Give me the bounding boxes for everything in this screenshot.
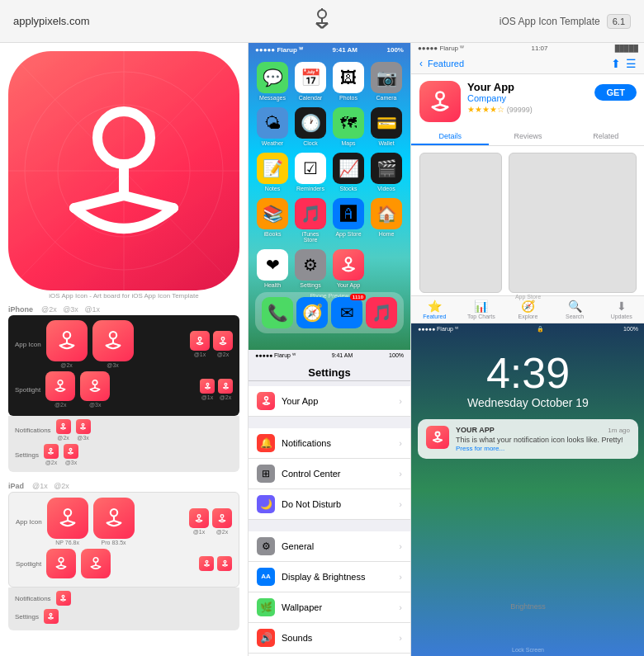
carrier-label: ●●●●● Flarup ᵂ [255, 46, 303, 54]
settings-item-display[interactable]: AA Display & Brightness › [249, 562, 410, 592]
svg-line-19 [67, 343, 73, 346]
svg-line-71 [114, 521, 121, 523]
settings-yourapp-item[interactable]: Your App › [249, 386, 410, 417]
notif-action: Press for more... [456, 445, 630, 452]
home-icon-wallet[interactable]: 💳Wallet [371, 107, 402, 146]
explore-icon: 🧭 [521, 300, 535, 313]
svg-line-95 [225, 564, 227, 565]
app-detail-info: Your App Company ★★★★☆ (99999) [467, 81, 588, 114]
svg-line-115 [440, 104, 447, 106]
svg-point-104 [346, 257, 352, 263]
svg-line-111 [266, 402, 269, 403]
iphone-settings-row: Settings @2x @3x [15, 444, 233, 465]
compass-large-icon [50, 88, 198, 253]
home-icon-clock[interactable]: 🕐Clock [295, 107, 326, 146]
lockscreen-label: Lock Screen [411, 647, 644, 653]
home-icon-notes[interactable]: 📝Notes [257, 153, 288, 191]
appstore-nav: ‹ Featured ⬆ ☰ [411, 54, 644, 74]
appstore-carrier: ●●●●● Flarup ᵂ [418, 45, 464, 52]
home-icon-health[interactable]: ❤Health [257, 249, 288, 288]
svg-line-38 [91, 388, 96, 389]
featured-back-label[interactable]: Featured [428, 59, 464, 68]
svg-line-82 [57, 565, 62, 567]
app-company[interactable]: Company [467, 93, 588, 103]
menu-icon[interactable]: ☰ [626, 57, 637, 70]
settings-wallpaper-label: Wallpaper [282, 602, 392, 612]
notif-app-name: YOUR APP [456, 426, 495, 434]
lockscreen-battery: 100% [623, 326, 638, 333]
svg-line-22 [106, 343, 112, 346]
home-icon-home[interactable]: 🏠Home [371, 198, 402, 243]
app-name: Your App [467, 81, 588, 93]
home-icon-itunes[interactable]: 🎵iTunes Store [295, 198, 326, 243]
home-icon-camera[interactable]: 📷Camera [371, 62, 402, 101]
svg-line-34 [56, 388, 61, 389]
dock-mail[interactable]: ✉ 1110 [331, 297, 362, 328]
header-right: iOS App Icon Template 6.1 [500, 14, 631, 29]
settings-item-touchid[interactable]: ⬡ Touch ID & Passcode › [249, 654, 410, 657]
appstore-screen: ●●●●● Flarup ᵂ 11:07 █████ ‹ Featured ⬆ … [411, 43, 644, 323]
settings-item-dnd[interactable]: 🌙 Do Not Disturb › [249, 489, 410, 520]
svg-point-64 [64, 509, 70, 516]
tab-details[interactable]: Details [411, 129, 489, 145]
iphone-dock: 📞 🧭 ✉ 1110 🎵 [255, 292, 404, 333]
home-icon-yourapp[interactable]: Your App [333, 249, 364, 288]
settings-item-controlcenter[interactable]: ⊞ Control Center › [249, 459, 410, 489]
home-icon-videos[interactable]: 🎬Videos [371, 153, 402, 191]
svg-line-55 [83, 427, 86, 428]
tab-related[interactable]: Related [567, 129, 644, 145]
dock-music[interactable]: 🎵 [366, 297, 397, 328]
dock-safari[interactable]: 🧭 [296, 297, 328, 328]
brightness-label: Brightness [411, 602, 644, 611]
home-icon-stocks[interactable]: 📈Stocks [333, 153, 364, 191]
home-icon-photos[interactable]: 🖼Photos [333, 62, 364, 101]
home-icon-messages[interactable]: 💬Messages [257, 62, 288, 101]
tab-reviews[interactable]: Reviews [489, 129, 566, 145]
svg-point-52 [82, 423, 84, 426]
settings-item-wallpaper[interactable]: 🌿 Wallpaper › [249, 592, 410, 623]
home-icon-weather[interactable]: 🌤Weather [257, 107, 288, 146]
iphone-section: iPhone @2x @3x @1x App Icon @2x [8, 302, 239, 472]
svg-line-114 [433, 104, 440, 106]
svg-point-108 [264, 396, 268, 399]
svg-point-0 [318, 10, 326, 18]
notif-row-label: Notifications [15, 427, 51, 434]
settings-yourapp-label: Your App [282, 396, 392, 406]
settings-item-general[interactable]: ⚙ General › [249, 531, 410, 562]
home-icon-ibooks[interactable]: 📚iBooks [257, 198, 288, 243]
tab-search[interactable]: 🔍 Search [552, 300, 599, 319]
appstore-nav-icons: ⬆ ☰ [611, 57, 637, 70]
home-icon-reminders[interactable]: ☑Reminders [295, 153, 326, 191]
notif-time: 1m ago [608, 427, 630, 434]
home-icon-settings[interactable]: ⚙Settings [295, 249, 326, 288]
tab-updates[interactable]: ⬇ Updates [598, 300, 644, 319]
svg-point-40 [206, 383, 209, 385]
share-icon[interactable]: ⬆ [611, 57, 621, 70]
right-panel: ●●●●● Flarup ᵂ 11:07 █████ ‹ Featured ⬆ … [411, 43, 644, 656]
get-button[interactable]: GET [594, 84, 637, 101]
appstore-status-bar: ●●●●● Flarup ᵂ 11:07 █████ [411, 43, 644, 54]
settings-chevron-yourapp: › [399, 396, 402, 406]
back-arrow-icon[interactable]: ‹ [419, 58, 423, 69]
tab-top-charts[interactable]: 📊 Top Charts [458, 300, 505, 319]
dock-phone[interactable]: 📞 [262, 297, 293, 328]
home-icon-appstore[interactable]: 🅰App Store [333, 198, 364, 243]
svg-line-35 [60, 388, 65, 389]
svg-line-91 [206, 564, 209, 565]
settings-list: 🔔 Notifications › ⊞ Control Center › 🌙 D… [249, 428, 410, 520]
home-icon-calendar[interactable]: 📅Calendar [295, 62, 326, 101]
svg-point-72 [197, 514, 201, 517]
icon-note-label: iOS App Icon - Art board for iOS App Ico… [8, 292, 239, 300]
svg-point-96 [62, 595, 64, 597]
yourapp-icon [257, 392, 275, 410]
svg-line-79 [222, 519, 225, 520]
tab-featured[interactable]: ⭐ Featured [411, 300, 458, 319]
tab-explore[interactable]: 🧭 Explore [504, 300, 552, 319]
home-icon-maps[interactable]: 🗺Maps [333, 107, 364, 146]
settings-item-notifications[interactable]: 🔔 Notifications › [249, 428, 410, 459]
settings-item-sounds[interactable]: 🔊 Sounds › [249, 623, 410, 654]
svg-line-83 [61, 565, 66, 567]
svg-point-88 [206, 560, 208, 563]
ipad-preview-section: App Icon NP 76.8x Pro 83.5x [8, 492, 239, 588]
svg-line-31 [223, 342, 226, 342]
